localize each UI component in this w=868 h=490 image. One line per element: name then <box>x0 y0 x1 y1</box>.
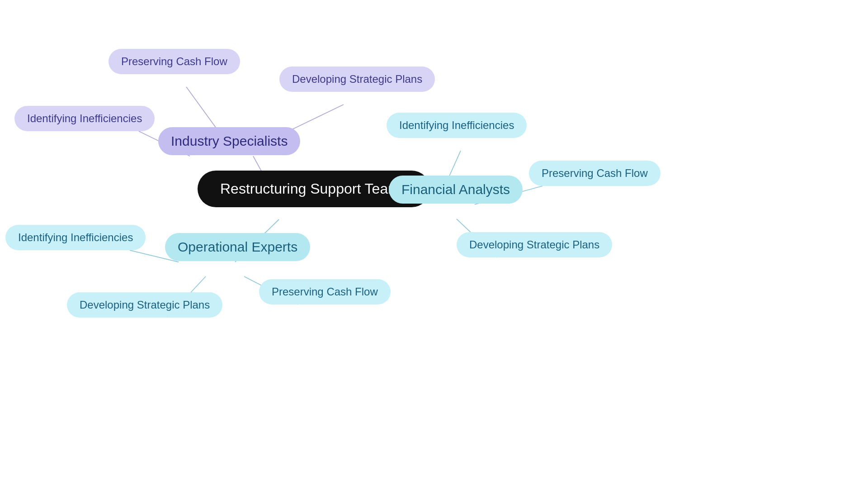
developing-sp-3-node: Developing Strategic Plans <box>457 232 612 257</box>
developing-sp-1-node: Developing Strategic Plans <box>279 67 435 92</box>
developing-sp-2-node: Developing Strategic Plans <box>67 292 222 318</box>
financial-analysts-node: Financial Analysts <box>389 176 523 204</box>
preserving-cf-2-node: Preserving Cash Flow <box>259 279 391 304</box>
preserving-cf-1-node: Preserving Cash Flow <box>108 49 240 74</box>
operational-experts-node: Operational Experts <box>165 233 310 261</box>
identifying-ineff-2-node: Identifying Inefficiencies <box>5 225 146 250</box>
industry-specialists-node: Industry Specialists <box>158 127 300 155</box>
identifying-ineff-3-node: Identifying Inefficiencies <box>387 113 527 138</box>
identifying-ineff-1-node: Identifying Inefficiencies <box>14 106 155 131</box>
preserving-cf-3-node: Preserving Cash Flow <box>529 161 660 186</box>
